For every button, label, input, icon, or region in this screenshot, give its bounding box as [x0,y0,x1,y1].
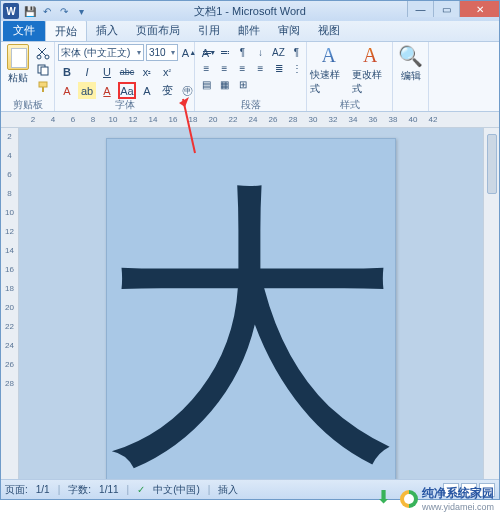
font-color-button[interactable]: A [98,82,116,99]
watermark-url: www.yidamei.com [422,502,494,512]
editing-label: 编辑 [401,69,421,83]
app-window: W 💾 ↶ ↷ ▾ 文档1 - Microsoft Word — ▭ ✕ 文件 … [0,0,500,500]
group-font: 宋体 (中文正文)▾ 310▾ A▲ A▼ B I U abc x₂ x² [55,42,195,111]
qat-redo-icon[interactable]: ↷ [57,4,71,18]
quick-access-toolbar: 💾 ↶ ↷ ▾ [23,4,88,18]
font-size-combo[interactable]: 310▾ [146,44,178,61]
status-page-label: 页面: [5,483,28,497]
window-controls: — ▭ ✕ [407,1,499,17]
horizontal-ruler[interactable]: 24681012141618202224262830323436384042 [1,112,499,128]
status-page-value[interactable]: 1/1 [36,484,50,495]
quick-styles-icon: A [322,44,336,67]
numbering-button[interactable]: ≕ [216,45,233,60]
font-size-value: 310 [149,47,166,58]
qat-customize-icon[interactable]: ▾ [74,4,88,18]
watermark: 纯净系统家园 www.yidamei.com [376,485,494,512]
close-button[interactable]: ✕ [459,1,499,17]
subscript-button[interactable]: x₂ [138,63,156,80]
document-text[interactable]: 大 [101,181,401,479]
multilevel-list-button[interactable]: ¶ [234,45,251,60]
show-marks-button[interactable]: ¶ [288,45,305,60]
line-spacing-button[interactable]: ≣ [270,61,287,76]
font-name-combo[interactable]: 宋体 (中文正文)▾ [58,44,144,61]
watermark-brand: 纯净系统家园 [422,485,494,502]
find-button[interactable]: 🔍 编辑 [396,44,425,83]
minimize-button[interactable]: — [407,1,433,17]
status-words-label: 字数: [68,483,91,497]
table-button[interactable]: ⊞ [234,77,251,92]
quick-styles-button[interactable]: A 快速样式 [310,44,348,96]
change-case-button[interactable]: Aa [118,82,136,99]
cut-button[interactable] [35,46,51,60]
change-styles-button[interactable]: A 更改样式 [352,44,390,96]
group-clipboard: 粘贴 剪贴板 [1,42,55,111]
tab-review[interactable]: 审阅 [269,20,309,41]
vertical-ruler[interactable]: 246810121416182022242628 [1,128,19,479]
status-proofing-icon[interactable]: ✓ [137,484,145,495]
maximize-button[interactable]: ▭ [433,1,459,17]
group-styles-label: 样式 [310,99,389,111]
decrease-indent-button[interactable]: ↓ [252,45,269,60]
tab-home[interactable]: 开始 [45,20,87,41]
svg-point-1 [45,55,49,59]
svg-rect-5 [42,87,44,92]
text-effects-button[interactable]: A [58,82,76,99]
bullets-button[interactable]: ≔ [198,45,215,60]
clear-formatting-button[interactable]: A [138,82,156,99]
title-bar: W 💾 ↶ ↷ ▾ 文档1 - Microsoft Word — ▭ ✕ [1,1,499,21]
phonetic-guide-button[interactable]: 变 [158,82,176,99]
underline-button[interactable]: U [98,63,116,80]
svg-rect-3 [41,67,48,75]
download-icon [376,489,396,509]
ribbon-tab-row: 文件 开始 插入 页面布局 引用 邮件 审阅 视图 [1,21,499,42]
borders-button[interactable]: ▦ [216,77,233,92]
paste-button[interactable]: 粘贴 [4,44,32,85]
italic-button[interactable]: I [78,63,96,80]
status-words-value[interactable]: 1/11 [99,484,118,495]
paste-icon [7,44,29,70]
page-scroll-area[interactable]: 大 [19,128,483,479]
enclose-char-button[interactable]: ㊥ [178,82,196,99]
group-paragraph-label: 段落 [198,99,303,111]
align-right-button[interactable]: ≡ [234,61,251,76]
tab-references[interactable]: 引用 [189,20,229,41]
strikethrough-button[interactable]: abc [118,63,136,80]
word-app-icon: W [3,3,19,19]
copy-button[interactable] [35,63,51,77]
group-clipboard-label: 剪贴板 [4,99,51,111]
group-styles: A 快速样式 A 更改样式 样式 [307,42,393,111]
status-insert-mode[interactable]: 插入 [218,483,238,497]
status-language[interactable]: 中文(中国) [153,483,200,497]
change-styles-label: 更改样式 [352,68,390,96]
watermark-logo-icon [400,490,418,508]
align-center-button[interactable]: ≡ [216,61,233,76]
qat-undo-icon[interactable]: ↶ [40,4,54,18]
group-editing: 🔍 编辑 [393,42,429,111]
paragraph-spacing-button[interactable]: ⋮ [288,61,305,76]
format-painter-button[interactable] [35,80,51,94]
paste-label: 粘贴 [8,71,28,85]
tab-file[interactable]: 文件 [3,20,45,41]
quick-styles-label: 快速样式 [310,68,348,96]
tab-mailings[interactable]: 邮件 [229,20,269,41]
document-area: 246810121416182022242628 大 [1,128,499,479]
tab-view[interactable]: 视图 [309,20,349,41]
superscript-button[interactable]: x² [158,63,176,80]
document-page[interactable]: 大 [106,138,396,479]
tab-insert[interactable]: 插入 [87,20,127,41]
align-justify-button[interactable]: ≡ [252,61,269,76]
find-icon: 🔍 [398,44,423,68]
sort-button[interactable]: AZ [270,45,287,60]
shading-button[interactable]: ▤ [198,77,215,92]
scrollbar-thumb[interactable] [487,134,497,194]
group-paragraph: ≔ ≕ ¶ ↓ AZ ¶ ≡ ≡ ≡ ≡ ≣ ⋮ ▤ ▦ [195,42,307,111]
font-name-value: 宋体 (中文正文) [61,46,130,60]
tab-page-layout[interactable]: 页面布局 [127,20,189,41]
bold-button[interactable]: B [58,63,76,80]
change-styles-icon: A [363,44,377,67]
align-left-button[interactable]: ≡ [198,61,215,76]
window-title: 文档1 - Microsoft Word [194,4,306,19]
vertical-scrollbar[interactable] [483,128,499,479]
highlight-button[interactable]: ab [78,82,96,99]
qat-save-icon[interactable]: 💾 [23,4,37,18]
